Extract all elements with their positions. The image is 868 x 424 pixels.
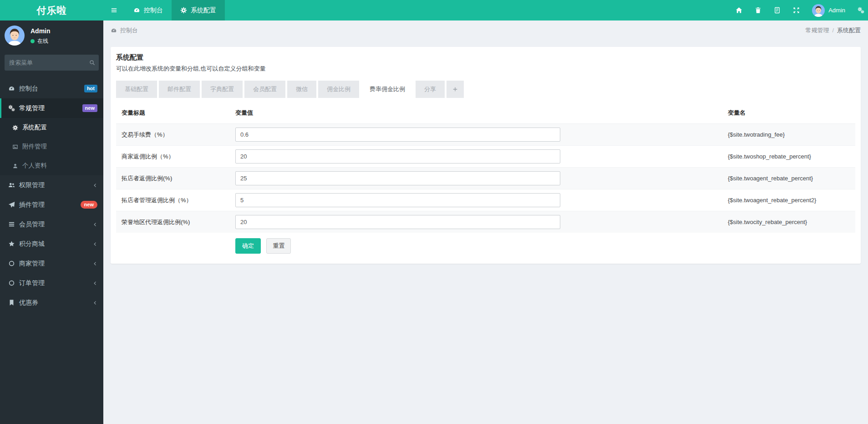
content-area: 控制台 常规管理 / 系统配置 系统配置 可以在此增改系统的变量和分组,也可以自…: [103, 20, 868, 424]
sidebar-item-label: 权限管理: [19, 181, 45, 189]
column-header-var-name: 变量名: [722, 102, 855, 124]
sidebar-item-label: 个人资料: [22, 162, 47, 170]
var-name: {$site.twoshop_rebate_percent}: [722, 146, 855, 168]
sidebar-item-orders[interactable]: 订单管理: [0, 273, 103, 293]
var-title: 商家返佣比例（%）: [116, 146, 230, 168]
sidebar-submenu: 系统配置 附件管理 个人资料: [0, 118, 103, 175]
column-header-var-value: 变量值: [230, 102, 722, 124]
sidebar-search: [5, 55, 99, 71]
tab-member-config[interactable]: 会员配置: [244, 81, 285, 98]
image-icon: [12, 144, 18, 150]
var-name: {$site.twocity_rebate_percent}: [722, 211, 855, 233]
nav-item-label: 系统配置: [191, 6, 216, 15]
user-name: Admin: [30, 27, 51, 35]
new-badge: new: [82, 104, 97, 112]
hot-badge: hot: [84, 85, 97, 92]
table-header-row: 变量标题 变量值 变量名: [116, 102, 855, 124]
page-subtitle: 可以在此增改系统的变量和分组,也可以自定义分组和变量: [116, 65, 855, 73]
sidebar-item-general-manage[interactable]: 常规管理 new: [0, 98, 103, 118]
sidebar-item-attachments[interactable]: 附件管理: [0, 137, 103, 156]
sidebar-item-label: 积分商城: [19, 240, 45, 248]
chevron-left-icon: [93, 281, 97, 286]
new-badge: new: [81, 201, 97, 209]
form-actions: 确定 重置: [235, 238, 855, 254]
sidebar-item-points-mall[interactable]: 积分商城: [0, 234, 103, 254]
user-icon: [12, 163, 18, 169]
search-icon[interactable]: [89, 60, 95, 66]
circle-icon: [8, 260, 15, 267]
sidebar-toggle-button[interactable]: [103, 0, 125, 20]
tab-wechat[interactable]: 微信: [287, 81, 316, 98]
user-status[interactable]: 在线: [30, 37, 51, 45]
bookmark-icon: [8, 299, 15, 306]
table-row: 商家返佣比例（%） {$site.twoshop_rebate_percent}: [116, 146, 855, 168]
sidebar-item-dashboard[interactable]: 控制台 hot: [0, 79, 103, 98]
avatar: [812, 4, 825, 17]
sidebar-item-label: 控制台: [19, 85, 38, 93]
app-logo[interactable]: 付乐啦: [0, 0, 103, 20]
breadcrumb-dashboard[interactable]: 控制台: [111, 26, 138, 35]
sidebar-item-label: 订单管理: [19, 279, 45, 287]
var-value-input[interactable]: [235, 128, 560, 142]
sidebar-item-label: 常规管理: [19, 104, 45, 112]
sidebar-item-system-config[interactable]: 系统配置: [0, 118, 103, 137]
tab-commission-ratio[interactable]: 佣金比例: [318, 81, 359, 98]
sidebar-item-profile[interactable]: 个人资料: [0, 156, 103, 175]
expand-icon[interactable]: [793, 7, 800, 14]
dashboard-icon: [133, 7, 140, 14]
online-dot: [30, 39, 35, 43]
confirm-button[interactable]: 确定: [235, 238, 261, 254]
circle-icon: [8, 280, 15, 286]
user-menu[interactable]: Admin: [812, 4, 845, 17]
trash-icon[interactable]: [755, 7, 761, 14]
var-name: {$site.twotrading_fee}: [722, 124, 855, 146]
users-icon: [8, 182, 15, 189]
search-input[interactable]: [9, 59, 89, 66]
sidebar-item-members[interactable]: 会员管理: [0, 215, 103, 234]
hamburger-icon: [111, 7, 117, 14]
sidebar-item-coupons[interactable]: 优惠券: [0, 293, 103, 312]
add-tab-button[interactable]: [447, 81, 464, 98]
home-icon[interactable]: [736, 7, 742, 14]
var-value-input[interactable]: [235, 193, 560, 207]
plus-icon: [452, 87, 458, 92]
tab-mail-config[interactable]: 邮件配置: [159, 81, 200, 98]
sidebar-item-permissions[interactable]: 权限管理: [0, 175, 103, 195]
user-status-label: 在线: [37, 37, 48, 45]
plane-icon: [8, 201, 15, 208]
chevron-left-icon: [93, 261, 97, 266]
sidebar-item-label: 系统配置: [22, 123, 47, 132]
sidebar-item-label: 商家管理: [19, 260, 45, 268]
var-title: 荣誉地区代理返佣比例(%): [116, 211, 230, 233]
tab-share[interactable]: 分享: [416, 81, 445, 98]
gear-icon: [12, 125, 18, 131]
reset-button[interactable]: 重置: [266, 238, 291, 254]
var-name: {$site.twoagent_rebate_percent2}: [722, 189, 855, 211]
var-value-input[interactable]: [235, 171, 560, 185]
chevron-left-icon: [93, 183, 97, 188]
log-icon[interactable]: [774, 7, 781, 14]
chevron-left-icon: [93, 301, 97, 305]
chevron-left-icon: [93, 242, 97, 246]
sidebar-item-label: 优惠券: [19, 299, 38, 307]
gears-icon: [8, 105, 15, 112]
breadcrumb-parent[interactable]: 常规管理: [805, 26, 829, 35]
nav-item-system-config[interactable]: 系统配置: [172, 0, 225, 20]
content-header: 控制台 常规管理 / 系统配置: [103, 20, 868, 40]
breadcrumb-current: 系统配置: [837, 26, 861, 35]
chevron-left-icon: [93, 222, 97, 227]
sidebar-item-plugins[interactable]: 插件管理 new: [0, 195, 103, 215]
sidebar-item-merchants[interactable]: 商家管理: [0, 254, 103, 273]
table-row: 拓店者返佣比例(%) {$site.twoagent_rebate_percen…: [116, 168, 855, 189]
app-logo-text: 付乐啦: [37, 4, 67, 17]
tab-rate-commission-ratio[interactable]: 费率佣金比例: [361, 81, 414, 98]
gears-icon[interactable]: [858, 7, 864, 14]
dashboard-icon: [111, 27, 117, 34]
var-value-input[interactable]: [235, 215, 560, 229]
var-value-input[interactable]: [235, 149, 560, 163]
nav-item-dashboard[interactable]: 控制台: [125, 0, 172, 20]
tab-basic-config[interactable]: 基础配置: [116, 81, 157, 98]
tab-dictionary-config[interactable]: 字典配置: [202, 81, 243, 98]
var-name: {$site.twoagent_rebate_percent}: [722, 168, 855, 189]
nav-item-label: 控制台: [144, 6, 163, 15]
